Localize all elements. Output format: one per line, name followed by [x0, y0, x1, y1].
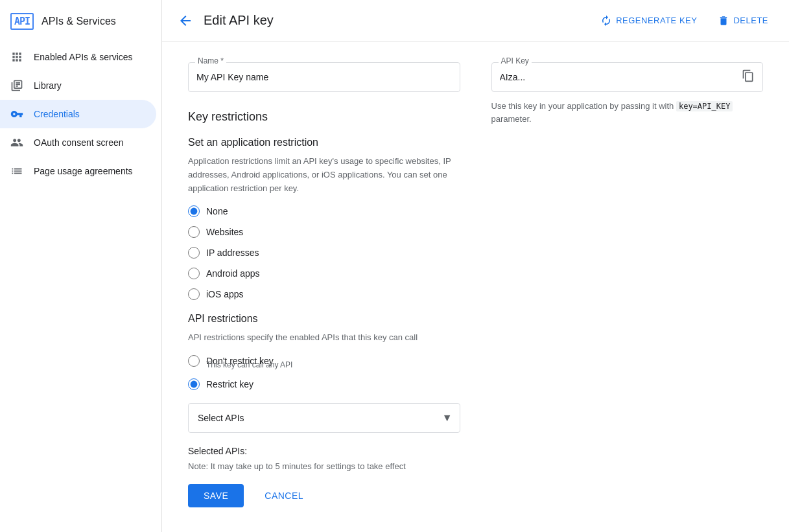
radio-websites-input[interactable]	[188, 226, 200, 238]
radio-ip-input[interactable]	[188, 247, 200, 259]
radio-dont-restrict-sub: This key can call any API	[206, 360, 460, 369]
sidebar-header: API APIs & Services	[0, 5, 161, 43]
radio-none[interactable]: None	[188, 205, 460, 217]
api-restriction-description: API restrictions specify the enabled API…	[188, 331, 460, 345]
app-restriction-description: Application restrictions limit an API ke…	[188, 155, 460, 195]
app-restriction-title: Set an application restriction	[188, 137, 460, 148]
sidebar-item-enabled-apis[interactable]: Enabled APIs & services	[0, 43, 156, 71]
radio-websites-label: Websites	[206, 227, 243, 237]
sidebar-item-oauth[interactable]: OAuth consent screen	[0, 128, 156, 157]
api-key-hint-text: Use this key in your application by pass…	[491, 101, 674, 111]
select-apis[interactable]: Select APIs	[188, 403, 460, 433]
save-button[interactable]: SAVE	[188, 484, 244, 507]
api-key-field: API Key	[491, 62, 764, 92]
people-icon	[10, 136, 23, 149]
select-apis-wrapper: Select APIs ▼	[188, 403, 460, 433]
page-title: Edit API key	[204, 13, 585, 28]
action-buttons: SAVE CANCEL	[188, 484, 460, 507]
name-field: Name *	[188, 62, 460, 92]
radio-websites[interactable]: Websites	[188, 226, 460, 238]
key-restrictions-title: Key restrictions	[188, 110, 460, 124]
radio-restrict-label: Restrict key	[206, 379, 253, 389]
radio-restrict[interactable]: Restrict key	[188, 378, 460, 390]
api-key-field-group: API Key Use this key in your application…	[491, 62, 764, 125]
name-input[interactable]	[189, 63, 460, 91]
api-key-hint-text2: parameter.	[491, 114, 532, 124]
key-icon	[10, 108, 23, 121]
app-logo: API	[10, 13, 34, 30]
api-key-param: key=API_KEY	[676, 101, 733, 111]
radio-dont-restrict-input[interactable]	[188, 355, 200, 367]
right-column: API Key Use this key in your application…	[491, 62, 764, 507]
radio-none-label: None	[206, 206, 228, 216]
regenerate-key-button[interactable]: REGENERATE KEY	[595, 10, 702, 32]
radio-ip-addresses[interactable]: IP addresses	[188, 247, 460, 259]
back-button[interactable]	[178, 13, 193, 29]
grid-icon	[10, 51, 23, 64]
sidebar-item-label: Library	[34, 80, 62, 91]
left-column: Name * Key restrictions Set an applicati…	[188, 62, 460, 507]
sidebar-item-label: Page usage agreements	[34, 166, 133, 176]
radio-restrict-input[interactable]	[188, 378, 200, 390]
radio-none-input[interactable]	[188, 205, 200, 217]
sidebar-item-credentials[interactable]: Credentials	[0, 100, 156, 128]
radio-android-label: Android apps	[206, 268, 260, 279]
topbar: Edit API key REGENERATE KEY DELETE	[162, 0, 789, 41]
library-icon	[10, 79, 23, 92]
list-icon	[10, 165, 23, 178]
sidebar-item-label: OAuth consent screen	[34, 137, 124, 148]
regenerate-key-label: REGENERATE KEY	[616, 16, 697, 25]
api-key-hint: Use this key in your application by pass…	[491, 100, 764, 125]
name-field-group: Name *	[188, 62, 460, 92]
app-title: APIs & Services	[41, 16, 116, 27]
radio-ios-apps[interactable]: iOS apps	[188, 288, 460, 300]
copy-api-key-button[interactable]	[734, 64, 762, 91]
radio-ios-input[interactable]	[188, 288, 200, 300]
radio-android-apps[interactable]: Android apps	[188, 268, 460, 279]
cancel-button[interactable]: CANCEL	[254, 484, 314, 507]
app-restriction-radio-group: None Websites IP addresses Android	[188, 205, 460, 300]
delete-button[interactable]: DELETE	[712, 10, 773, 32]
delete-label: DELETE	[733, 16, 768, 25]
note-text: Note: It may take up to 5 minutes for se…	[188, 461, 460, 471]
radio-ios-label: iOS apps	[206, 289, 244, 299]
selected-apis-label: Selected APIs:	[188, 446, 460, 456]
main-content: Edit API key REGENERATE KEY DELETE Name …	[162, 0, 789, 532]
api-key-label: API Key	[499, 56, 532, 65]
sidebar-item-label: Enabled APIs & services	[34, 52, 133, 62]
api-restriction-radio-group: Don't restrict key This key can call any…	[188, 355, 460, 390]
sidebar: API APIs & Services Enabled APIs & servi…	[0, 0, 162, 532]
sidebar-item-page-usage[interactable]: Page usage agreements	[0, 157, 156, 185]
radio-android-input[interactable]	[188, 268, 200, 279]
api-restriction-title: API restrictions	[188, 313, 460, 325]
sidebar-item-label: Credentials	[34, 109, 80, 119]
name-field-label: Name *	[195, 56, 226, 65]
page-content: Name * Key restrictions Set an applicati…	[162, 41, 789, 532]
sidebar-item-library[interactable]: Library	[0, 71, 156, 100]
api-key-input[interactable]	[492, 63, 735, 91]
radio-ip-label: IP addresses	[206, 248, 259, 258]
